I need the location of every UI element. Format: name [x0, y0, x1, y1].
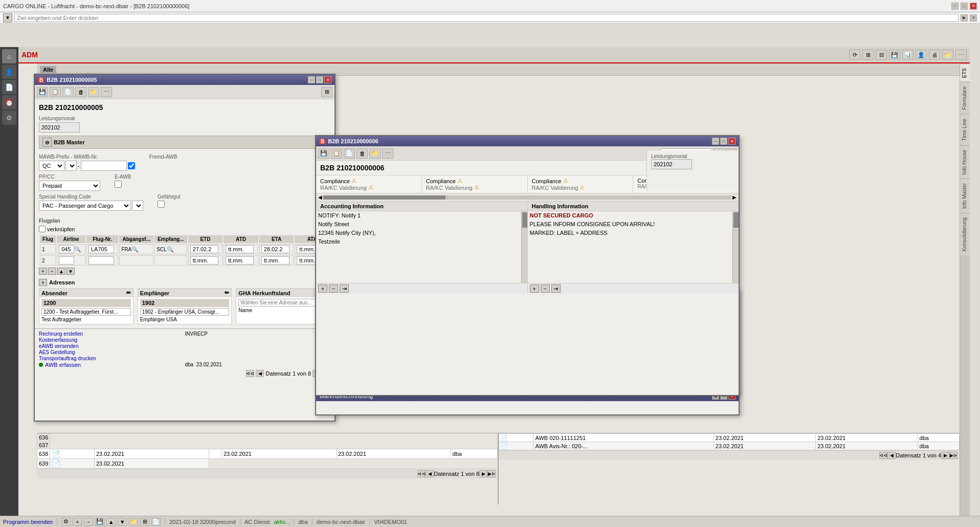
- sidebar-settings-icon[interactable]: ⚙: [2, 111, 16, 125]
- alle-tab[interactable]: Alle: [40, 66, 56, 73]
- awb-btn[interactable]: AWB erfassen: [45, 362, 81, 368]
- row1-airline-input[interactable]: [59, 245, 74, 253]
- kosten-btn[interactable]: Kostenerfassung: [39, 337, 185, 343]
- toolbar-window-icon[interactable]: ⊟: [876, 50, 887, 60]
- eawb-btn[interactable]: eAWB versenden: [39, 343, 185, 349]
- acct-import-btn[interactable]: ⇥: [340, 284, 349, 293]
- w1-delete-icon[interactable]: 🗑: [75, 87, 86, 97]
- mawb-nr-input[interactable]: [81, 161, 127, 171]
- handling-remove-btn[interactable]: −: [541, 284, 550, 293]
- w2-save-icon[interactable]: 💾: [318, 148, 329, 159]
- maximize-btn[interactable]: □: [961, 3, 968, 10]
- w2-close[interactable]: ✕: [728, 138, 736, 145]
- bl-nav-next[interactable]: ▶: [479, 470, 487, 477]
- br-nav-first[interactable]: ⊲⊲: [879, 452, 887, 459]
- w1-expand-icon[interactable]: ⊞: [321, 87, 332, 97]
- bottom-add-icon[interactable]: +: [73, 518, 82, 526]
- toolbar-save-icon[interactable]: 💾: [889, 50, 900, 60]
- row2-flugnr-input[interactable]: [88, 256, 114, 265]
- row2-eta-input[interactable]: [261, 256, 289, 265]
- shc-select[interactable]: PAC - Passenger and Cargo: [39, 201, 131, 211]
- remove-row-btn[interactable]: −: [48, 268, 56, 275]
- master-collapse[interactable]: ⊖: [42, 138, 52, 147]
- toolbar-chart-icon[interactable]: 📊: [902, 50, 914, 60]
- sidebar-time-icon[interactable]: ⏰: [2, 95, 16, 109]
- bl-nav-last[interactable]: ▶⊳: [487, 470, 496, 477]
- tab-formulare[interactable]: Formulare: [960, 82, 970, 114]
- eawb-check[interactable]: [115, 181, 122, 188]
- aes-btn[interactable]: AES Gestellung: [39, 349, 185, 355]
- address-go-btn[interactable]: ▶: [961, 14, 968, 21]
- w2-delete-icon[interactable]: 🗑: [357, 148, 368, 159]
- leistungsmonat-input[interactable]: [39, 122, 80, 133]
- nav-prev[interactable]: ◀: [256, 370, 264, 377]
- up-row-btn[interactable]: ▲: [57, 268, 65, 275]
- ppcc-select[interactable]: Prepaid: [39, 181, 100, 191]
- minimize-btn[interactable]: ─: [951, 3, 959, 10]
- toolbar-user-icon[interactable]: 👤: [916, 50, 927, 60]
- toolbar-folder-icon[interactable]: 📁: [942, 50, 953, 60]
- absender-search[interactable]: [41, 308, 131, 316]
- br-nav-next[interactable]: ▶: [941, 452, 949, 459]
- address-input[interactable]: [14, 14, 959, 22]
- empfaenger-search[interactable]: [140, 308, 230, 316]
- bottom-settings-icon[interactable]: ⚙: [61, 518, 71, 526]
- handling-add-btn[interactable]: +: [530, 284, 539, 293]
- toolbar-more-icon[interactable]: ⋯: [955, 50, 967, 60]
- row2-etd-input[interactable]: [190, 256, 218, 265]
- w1-minimize[interactable]: ─: [308, 76, 315, 83]
- w2-maximize[interactable]: □: [720, 138, 727, 145]
- tab-timeline[interactable]: Time Line: [960, 114, 970, 145]
- toolbar-refresh-icon[interactable]: ⟳: [849, 50, 860, 60]
- toolbar-grid-icon[interactable]: ⊞: [862, 50, 874, 60]
- w1-paste-icon[interactable]: 📄: [62, 87, 74, 97]
- bottom-folder-icon[interactable]: 📁: [129, 518, 138, 526]
- bottom-save-icon[interactable]: 💾: [95, 518, 104, 526]
- w2-copy-icon[interactable]: 📋: [331, 148, 342, 159]
- w1-more-icon[interactable]: ⋯: [101, 87, 112, 97]
- tab-konsolidierung[interactable]: Konsolidierung: [960, 213, 970, 255]
- bottom-doc-icon[interactable]: 📄: [151, 518, 161, 526]
- row1-flugnr-input[interactable]: [88, 245, 114, 253]
- toolbar-print-icon[interactable]: 🖨: [929, 50, 940, 60]
- br-nav-last[interactable]: ▶⊳: [949, 452, 957, 459]
- bottom-remove-icon[interactable]: −: [84, 518, 93, 526]
- adressen-add-btn[interactable]: +: [39, 279, 47, 286]
- bottom-down-icon[interactable]: ▼: [118, 518, 127, 526]
- row1-eta-input[interactable]: [261, 245, 289, 253]
- row1-atd-input[interactable]: [226, 245, 254, 253]
- shc-select2[interactable]: [132, 201, 143, 211]
- h-scroll-bar[interactable]: ◀ ▶: [316, 193, 739, 202]
- br-nav-prev[interactable]: ◀: [887, 452, 896, 459]
- bl-nav-first[interactable]: ⊲⊲: [417, 470, 426, 477]
- bottom-grid-icon[interactable]: ⊞: [140, 518, 149, 526]
- bl-nav-prev[interactable]: ◀: [426, 470, 434, 477]
- w2-folder-icon[interactable]: 📁: [369, 148, 381, 159]
- tab-ets[interactable]: ETS: [960, 63, 970, 82]
- scroll-right-icon[interactable]: ▶: [732, 194, 737, 200]
- w1-copy-icon[interactable]: 📋: [50, 87, 61, 97]
- absender-edit-icon[interactable]: ✏: [126, 290, 131, 296]
- w2-minimize[interactable]: ─: [712, 138, 719, 145]
- empfaenger-edit-icon[interactable]: ✏: [225, 290, 229, 296]
- sidebar-home-icon[interactable]: ⌂: [2, 49, 16, 63]
- add-row-btn[interactable]: +: [39, 268, 47, 275]
- gha-search[interactable]: [238, 299, 328, 306]
- close-btn[interactable]: ✕: [970, 3, 977, 10]
- tab-infomaster[interactable]: Info Master: [960, 179, 970, 213]
- sidebar-docs-icon[interactable]: 📄: [2, 80, 16, 94]
- handling-import-btn[interactable]: ⇥: [551, 284, 561, 293]
- w1-maximize[interactable]: □: [316, 76, 323, 83]
- acct-scrollbar[interactable]: [521, 211, 527, 283]
- program-end[interactable]: Programm beenden: [3, 519, 53, 525]
- tab-infohouse[interactable]: Info House: [960, 145, 970, 179]
- bottom-up-icon[interactable]: ▲: [106, 518, 116, 526]
- mawb-prefix-select[interactable]: QC: [39, 161, 64, 171]
- acct-remove-btn[interactable]: −: [329, 284, 338, 293]
- row2-airline-input[interactable]: [59, 256, 74, 265]
- w2-paste-icon[interactable]: 📄: [344, 148, 355, 159]
- gefahr-check[interactable]: [158, 201, 165, 208]
- row1-etd-input[interactable]: [190, 245, 218, 253]
- handling-scrollbar[interactable]: [732, 211, 739, 283]
- sidebar-user-icon[interactable]: 👤: [2, 64, 16, 79]
